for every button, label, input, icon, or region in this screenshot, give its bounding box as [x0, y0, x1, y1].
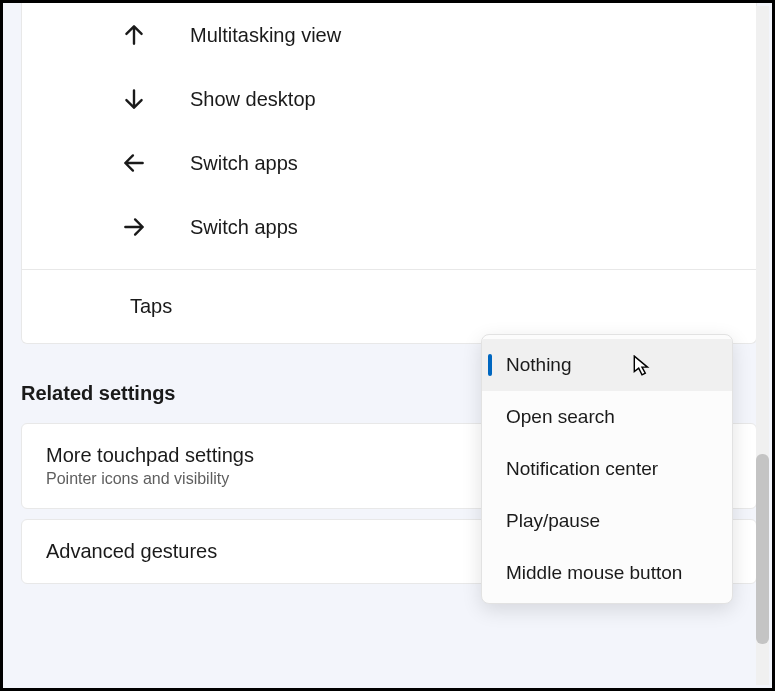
taps-row[interactable]: Taps [22, 269, 756, 343]
gesture-label: Show desktop [190, 88, 316, 111]
dropdown-item-label: Play/pause [506, 510, 600, 531]
gesture-row-down[interactable]: Show desktop [22, 67, 756, 131]
dropdown-item-label: Notification center [506, 458, 658, 479]
dropdown-item-label: Nothing [506, 354, 572, 375]
gesture-row-up[interactable]: Multitasking view [22, 3, 756, 67]
dropdown-item-middle-mouse[interactable]: Middle mouse button [482, 547, 732, 599]
card-title: More touchpad settings [46, 444, 254, 467]
dropdown-item-play-pause[interactable]: Play/pause [482, 495, 732, 547]
gesture-row-right[interactable]: Switch apps [22, 195, 756, 259]
dropdown-item-notification-center[interactable]: Notification center [482, 443, 732, 495]
gesture-row-left[interactable]: Switch apps [22, 131, 756, 195]
dropdown-item-label: Middle mouse button [506, 562, 682, 583]
gesture-label: Multitasking view [190, 24, 341, 47]
dropdown-item-nothing[interactable]: Nothing [482, 339, 732, 391]
gesture-list: Multitasking view Show desktop Switch ap… [22, 3, 756, 269]
card-subtitle: Pointer icons and visibility [46, 470, 254, 488]
taps-label: Taps [130, 295, 172, 318]
card-text-group: More touchpad settings Pointer icons and… [46, 444, 254, 488]
scrollbar-thumb[interactable] [756, 454, 769, 644]
gesture-label: Switch apps [190, 152, 298, 175]
taps-dropdown-popup[interactable]: Nothing Open search Notification center … [481, 334, 733, 604]
arrow-up-icon [120, 21, 148, 49]
dropdown-item-label: Open search [506, 406, 615, 427]
dropdown-item-open-search[interactable]: Open search [482, 391, 732, 443]
arrow-right-icon [120, 213, 148, 241]
arrow-left-icon [120, 149, 148, 177]
scrollbar-track[interactable] [756, 6, 769, 685]
card-text-group: Advanced gestures [46, 540, 217, 563]
gesture-label: Switch apps [190, 216, 298, 239]
card-title: Advanced gestures [46, 540, 217, 563]
gesture-settings-panel: Multitasking view Show desktop Switch ap… [21, 3, 757, 344]
arrow-down-icon [120, 85, 148, 113]
